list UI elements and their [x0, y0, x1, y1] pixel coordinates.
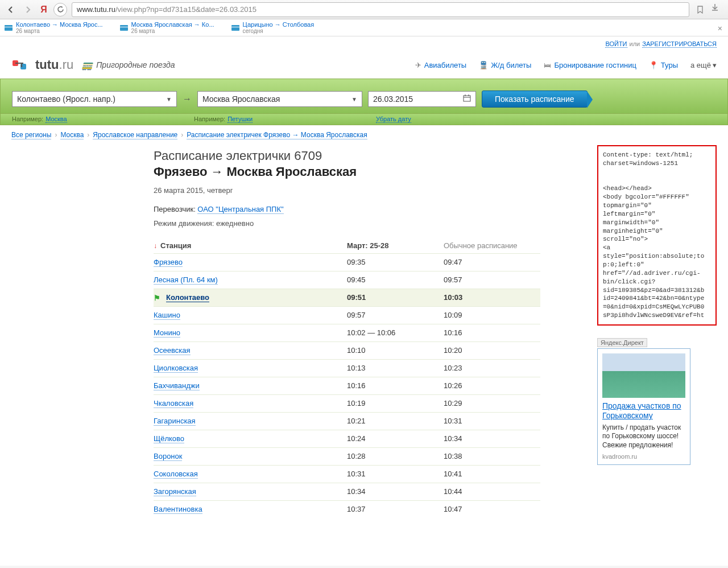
forward-button[interactable]: [22, 3, 34, 16]
train-icon: [5, 25, 13, 31]
nav-icon: 🚆: [479, 61, 488, 69]
chevron-down-icon: ▾: [713, 61, 717, 69]
breadcrumb-link[interactable]: Ярославское направление: [93, 131, 177, 139]
table-row: ⚑Колонтаево09:5110:03: [154, 289, 540, 306]
nav-more[interactable]: а ещё ▾: [690, 61, 717, 69]
logo[interactable]: tutu.ru: [11, 57, 73, 73]
table-row: Кашино09:5710:09: [154, 306, 540, 324]
address-bar[interactable]: www.tutu.ru/view.php?np=dd731a15&date=26…: [72, 2, 689, 17]
station-link[interactable]: Гагаринская: [154, 417, 196, 426]
date-line: 26 марта 2015, четверг: [154, 186, 574, 195]
site-header: tutu.ru 🚃 Пригородные поезда ✈Авиабилеты…: [0, 51, 728, 79]
ad-domain: kvadroom.ru: [602, 453, 685, 460]
to-input[interactable]: Москва Ярославская ▼: [197, 91, 362, 107]
to-dropdown-icon[interactable]: ▼: [351, 96, 357, 102]
carrier-link[interactable]: ОАО "Центральная ППК": [197, 205, 283, 214]
nav-item[interactable]: 📍Туры: [649, 61, 678, 69]
station-link[interactable]: Чкаловская: [154, 399, 193, 408]
main-nav: ✈Авиабилеты🚆Ж/д билеты🛏Бронирование гост…: [415, 61, 717, 69]
carrier-line: Перевозчик: ОАО "Центральная ППК": [154, 205, 574, 213]
bookmark-button[interactable]: [694, 3, 706, 16]
mode-line: Режим движения: ежедневно: [154, 219, 574, 228]
station-link[interactable]: Циолковская: [154, 364, 198, 373]
favorite-item[interactable]: Колонтаево → Москва Ярос...26 марта: [5, 21, 103, 34]
route-title: Фрязево → Москва Ярославская: [154, 164, 574, 179]
favorites-bar: Колонтаево → Москва Ярос...26 мартаМоскв…: [0, 19, 728, 36]
table-row: Фрязево09:3509:47: [154, 253, 540, 271]
table-row: Лесная (Пл. 64 км)09:4509:57: [154, 271, 540, 289]
station-link[interactable]: Колонтаево: [166, 293, 209, 302]
breadcrumb-link[interactable]: Расписание электричек Фрязево → Москва Я…: [187, 131, 367, 139]
calendar-icon[interactable]: [463, 94, 471, 104]
from-input[interactable]: Колонтаево (Яросл. напр.) ▼: [12, 91, 177, 107]
station-link[interactable]: Соколовская: [154, 470, 198, 479]
search-hints: Например:Москва Например:Петушки Убрать …: [0, 114, 728, 125]
main-content: Расписание электрички 6709 Фрязево → Мос…: [11, 145, 586, 518]
station-link[interactable]: Лесная (Пл. 64 км): [154, 275, 218, 285]
yandex-icon[interactable]: Я: [39, 5, 49, 15]
ad-label: Яндекс.Директ: [597, 338, 647, 347]
nav-icon: ✈: [415, 61, 421, 69]
station-link[interactable]: Загорянская: [154, 487, 196, 496]
nav-item[interactable]: 🚆Ж/д билеты: [479, 61, 531, 69]
url-path: /view.php?np=dd731a15&date=26.03.2015: [115, 5, 257, 14]
station-link[interactable]: Бахчиванджи: [154, 381, 200, 390]
clear-date-link[interactable]: Убрать дату: [376, 116, 411, 123]
login-link[interactable]: ВОЙТИ: [605, 40, 627, 48]
station-link[interactable]: Фрязево: [154, 258, 183, 267]
favorite-item[interactable]: Царицыно → Столбоваясегодня: [231, 21, 315, 34]
date-input[interactable]: 26.03.2015: [368, 91, 476, 107]
browser-toolbar: Я www.tutu.ru/view.php?np=dd731a15&date=…: [0, 0, 728, 19]
auth-or: или: [630, 40, 640, 47]
favorite-item[interactable]: Москва Ярославская → Ко...26 марта: [120, 21, 214, 34]
nav-item[interactable]: 🛏Бронирование гостиниц: [544, 61, 636, 69]
url-host: www.tutu.ru: [77, 5, 115, 14]
train-icon: 🚃: [81, 60, 93, 71]
back-button[interactable]: [5, 3, 17, 16]
debug-code-box: Content-type: text/html; charset=windows…: [597, 145, 717, 326]
ad-block[interactable]: Продажа участков по Горьковскому Купить …: [597, 348, 690, 465]
download-button[interactable]: [711, 3, 723, 16]
table-row: Чкаловская10:1910:29: [154, 394, 540, 412]
table-row: Соколовская10:3110:41: [154, 465, 540, 483]
reload-button[interactable]: [53, 3, 67, 17]
breadcrumb-link[interactable]: Москва: [60, 131, 84, 139]
swap-arrow-icon: →: [183, 94, 192, 104]
logo-text: tutu.ru: [35, 57, 73, 72]
nav-icon: 🛏: [544, 61, 551, 69]
logo-icon: [11, 57, 32, 73]
station-link[interactable]: Воронок: [154, 452, 182, 461]
nav-icon: 📍: [649, 61, 658, 69]
station-link[interactable]: Щёлково: [154, 434, 184, 443]
auth-links: ВОЙТИ или ЗАРЕГИСТРИРОВАТЬСЯ: [0, 36, 728, 51]
train-icon: [120, 25, 128, 31]
breadcrumb-link[interactable]: Все регионы: [11, 131, 51, 139]
search-button[interactable]: Показать расписание: [482, 90, 588, 108]
station-link[interactable]: Кашино: [154, 311, 180, 320]
favorites-close-icon[interactable]: ×: [718, 24, 722, 33]
table-row: Воронок10:2810:38: [154, 447, 540, 465]
table-row: Монино10:02 — 10:0610:16: [154, 324, 540, 341]
hint-from-link[interactable]: Москва: [46, 116, 67, 123]
station-link[interactable]: Осеевская: [154, 346, 191, 355]
sidebar: Content-type: text/html; charset=windows…: [597, 145, 717, 518]
table-row: Бахчиванджи10:1610:26: [154, 377, 540, 394]
breadcrumb: Все регионы›Москва›Ярославское направлен…: [0, 125, 728, 145]
ad-description: Купить / продать участок по Горьковскому…: [602, 423, 685, 450]
station-link[interactable]: Валентиновка: [154, 505, 202, 514]
table-row: Циолковская10:1310:23: [154, 359, 540, 377]
flag-icon: ⚑: [154, 294, 160, 302]
table-row: Загорянская10:3410:44: [154, 483, 540, 500]
station-link[interactable]: Монино: [154, 328, 180, 337]
svg-rect-2: [464, 96, 470, 101]
sort-arrow-icon[interactable]: ↓: [154, 242, 157, 250]
page: ВОЙТИ или ЗАРЕГИСТРИРОВАТЬСЯ tutu.ru 🚃 П…: [0, 36, 728, 566]
register-link[interactable]: ЗАРЕГИСТРИРОВАТЬСЯ: [642, 40, 717, 48]
from-dropdown-icon[interactable]: ▼: [166, 96, 172, 102]
nav-item[interactable]: ✈Авиабилеты: [415, 61, 466, 69]
table-row: Гагаринская10:2110:31: [154, 412, 540, 430]
table-row: Валентиновка10:3710:47: [154, 500, 540, 518]
hint-to-link[interactable]: Петушки: [228, 116, 253, 123]
ad-title[interactable]: Продажа участков по Горьковскому: [602, 401, 685, 421]
tagline: 🚃 Пригородные поезда: [81, 60, 175, 71]
